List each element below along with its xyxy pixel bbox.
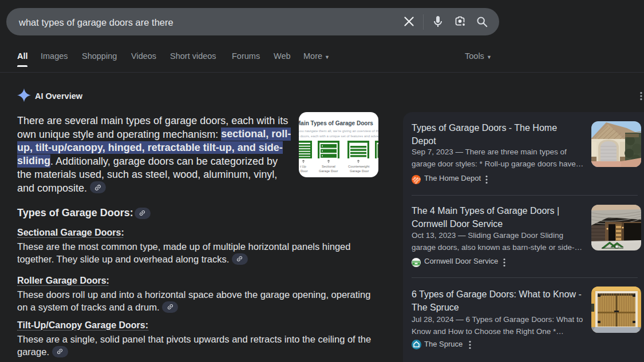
svg-text:ge doors, each with a unique s: ge doors, each with a unique set of feat… [299,134,378,138]
svg-text:ge Door: ge Door [299,169,308,173]
svg-text:y you navigate them all, we're: y you navigate them all, we're giving an… [299,129,378,133]
svg-text:Main Types of Garage Doors: Main Types of Garage Doors [299,120,373,126]
svg-text:Garage Door: Garage Door [319,169,338,173]
svg-text:Counterweight: Counterweight [348,165,370,168]
svg-text:t Up: t Up [300,165,306,168]
svg-text:Garage Door: Garage Door [350,169,369,173]
svg-text:Sectional: Sectional [322,165,335,168]
